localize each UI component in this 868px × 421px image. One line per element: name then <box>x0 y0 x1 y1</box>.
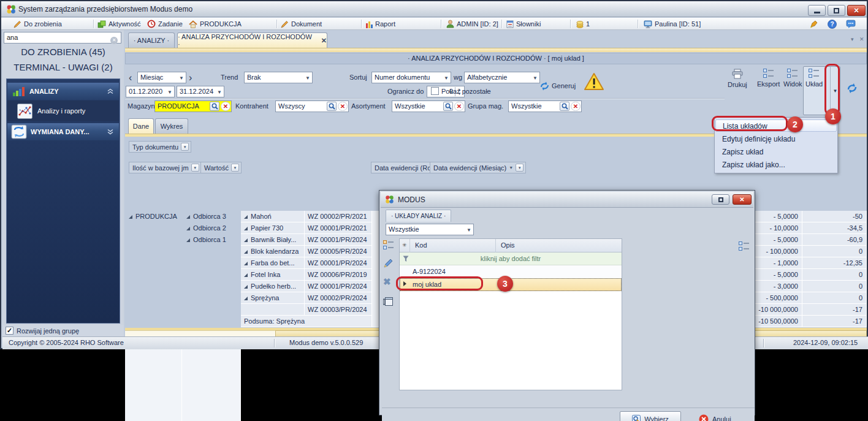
kontrahent-clear-icon[interactable]: ✕ <box>338 102 348 111</box>
field-ilosc[interactable]: Ilość w bazowej jm▼ <box>129 162 202 173</box>
asortyment-clear-icon[interactable]: ✕ <box>454 102 464 111</box>
cell-wartosc[interactable]: 0 <box>802 246 867 257</box>
cell-wartosc[interactable]: -34,5 <box>802 222 867 234</box>
prev-period-button[interactable]: ‹ <box>129 72 132 83</box>
close-button[interactable]: ✕ <box>847 5 866 16</box>
magazyn-clear-icon[interactable]: ✕ <box>221 102 230 111</box>
field-data-miesiac[interactable]: Data ewidencji (Miesiąc)▼▼ <box>430 162 526 173</box>
cell-numer[interactable]: WZ 00001/PR/2024 <box>305 281 372 292</box>
menu-raport[interactable]: Raport <box>365 19 395 29</box>
cell-asortyment[interactable]: Mahoń <box>241 211 305 222</box>
clear-search-icon[interactable]: ✕ <box>110 37 118 44</box>
magazyn-field[interactable]: PRODUKCJA ✕ <box>154 101 232 112</box>
uklad-button[interactable]: Układ <box>805 69 823 88</box>
cell-asortyment[interactable]: Sprężyna <box>241 292 305 304</box>
menu-zadanie[interactable]: Zadanie <box>147 19 183 29</box>
delete-x-icon[interactable]: ✖ <box>383 276 391 287</box>
menu-item-edytuj-definicje[interactable]: Edytuj definicję układu <box>715 133 837 145</box>
search-input[interactable]: ana✕ <box>4 32 121 44</box>
tab-scroll-icon[interactable]: ▾ <box>851 36 854 42</box>
cell-kontrahent[interactable]: Odbiorca 2 <box>186 222 226 234</box>
nav-item-analizy-raporty[interactable]: Analizy i raporty <box>7 101 119 121</box>
menu-dokument[interactable]: Dokument <box>281 19 322 29</box>
maximize-button[interactable] <box>828 5 845 16</box>
sort-combo[interactable]: Numer dokumentu▼ <box>371 72 451 83</box>
nav-group-wymiana-danych[interactable]: WYMIANA DANY... <box>7 123 119 140</box>
trend-combo[interactable]: Brak▼ <box>244 72 313 83</box>
grupa-clear-icon[interactable]: ✕ <box>571 102 581 111</box>
menu-admin[interactable]: ADMIN [ID: 2] <box>446 19 498 29</box>
menu-aktywnosc[interactable]: Aktywność <box>97 19 141 29</box>
cell-numer[interactable]: WZ 00003/PR/2024 <box>305 304 372 316</box>
cell-asortyment[interactable]: Pudełko herb... <box>241 281 305 292</box>
expand-group-checkbox[interactable]: ✓ <box>6 327 13 335</box>
wybierz-button[interactable]: Wybierz <box>620 411 681 421</box>
cell-numer[interactable]: WZ 00001/PR/2024 <box>305 234 372 246</box>
dialog-tab-uklady-analiz[interactable]: · UKŁADY ANALIZ · <box>386 210 451 222</box>
cell-numer[interactable]: WZ 00002/PR/2024 <box>305 292 372 304</box>
drukuj-button[interactable]: Drukuj <box>728 69 747 88</box>
cell-wartosc[interactable]: -17 <box>802 316 867 327</box>
warning-icon[interactable] <box>584 72 604 91</box>
tab-dane[interactable]: Dane <box>128 118 154 134</box>
magazyn-lookup-icon[interactable] <box>210 102 219 111</box>
grupa-field[interactable]: Wszystkie ✕ <box>508 101 582 112</box>
cell-asortyment[interactable]: Farba do bet... <box>241 257 305 269</box>
cell-kontrahent[interactable]: Odbiorca 3 <box>186 211 226 222</box>
cell-wartosc[interactable]: 0 <box>802 269 867 281</box>
refresh-icon[interactable] <box>846 82 858 94</box>
sidebar-group-terminal[interactable]: TERMINAL - UWAGI (2) <box>2 62 124 77</box>
nav-group-analizy[interactable]: ANALIZY <box>7 83 119 100</box>
cell-wartosc[interactable]: -60,9 <box>802 234 867 246</box>
grupa-lookup-icon[interactable] <box>560 102 569 111</box>
generate-button[interactable]: Generuj <box>552 82 576 89</box>
asortyment-lookup-icon[interactable] <box>443 102 453 111</box>
window-form-icon[interactable] <box>383 297 394 306</box>
show-rest-checkbox[interactable] <box>431 87 439 95</box>
field-typ-dokumentu[interactable]: Typ dokumentu▼ <box>129 141 191 153</box>
cell-wartosc[interactable]: -50 <box>802 211 867 222</box>
layout-list-icon[interactable] <box>383 240 394 250</box>
cell-asortyment[interactable]: Blok kalendarza <box>241 246 305 257</box>
dialog-column-opis[interactable]: Opis <box>496 239 622 252</box>
menu-do-zrobienia[interactable]: Do zrobienia <box>13 19 62 29</box>
dialog-filter-combo[interactable]: Wszystkie▼ <box>386 224 474 235</box>
cell-numer[interactable]: WZ 00001/PR/2021 <box>305 222 372 234</box>
kontrahent-field[interactable]: Wszyscy ✕ <box>275 101 349 112</box>
period-combo[interactable]: Miesiąc▼ <box>137 72 186 83</box>
date-to-field[interactable]: 31.12.2024▼ <box>177 86 224 97</box>
wg-combo[interactable]: Alfabetycznie▼ <box>464 72 540 83</box>
cell-asortyment[interactable]: Papier 730 <box>241 222 305 234</box>
minimize-button[interactable] <box>808 5 826 16</box>
eksport-button[interactable]: Eksport <box>757 69 780 88</box>
cell-wartosc[interactable]: 0 <box>802 281 867 292</box>
menu-counter[interactable]: 1 <box>576 19 590 29</box>
highlighter-icon[interactable] <box>809 19 818 29</box>
cell-magazyn-produkcja[interactable]: PRODUKCJA <box>129 211 177 222</box>
tab-analizy[interactable]: · ANALIZY · <box>128 32 175 48</box>
cell-wartosc[interactable]: -17 <box>802 304 867 316</box>
field-wartosc[interactable]: Wartość▼ <box>200 162 242 173</box>
help-icon[interactable]: ? <box>828 19 837 29</box>
menu-item-zapisz-uklad-jako[interactable]: Zapisz układ jako... <box>715 159 837 171</box>
menu-paulina[interactable]: Paulina [ID: 51] <box>644 19 701 29</box>
generate-icon[interactable] <box>539 81 550 91</box>
asortyment-field[interactable]: Wszystkie ✕ <box>392 101 465 112</box>
cell-wartosc[interactable]: -12,35 <box>802 257 867 269</box>
tab-analiza-przychodow[interactable]: · ANALIZA PRZYCHODÓW I ROZCHODÓW ·✕ <box>177 32 327 48</box>
dialog-filter-row[interactable]: kliknij aby dodać filtr <box>400 252 622 265</box>
chat-icon[interactable] <box>846 19 856 29</box>
widok-button[interactable]: Widok <box>783 69 802 88</box>
tabstrip-close-icon[interactable]: ✕ <box>859 36 864 42</box>
cell-wartosc[interactable]: 0 <box>802 292 867 304</box>
cell-numer[interactable]: WZ 00002/PR/2021 <box>305 211 372 222</box>
column-chooser-icon[interactable] <box>739 241 750 251</box>
cell-numer[interactable]: WZ 00005/PR/2024 <box>305 246 372 257</box>
next-period-button[interactable]: › <box>189 72 192 83</box>
dialog-column-kod[interactable]: Kod <box>410 239 496 252</box>
dialog-close-button[interactable]: ✕ <box>733 194 752 205</box>
menu-produkcja[interactable]: PRODUKCJA <box>189 19 242 29</box>
menu-item-zapisz-uklad[interactable]: Zapisz układ <box>715 146 837 158</box>
menu-slowniki[interactable]: Słowniki <box>506 19 541 29</box>
cell-asortyment[interactable]: Fotel Inka <box>241 269 305 281</box>
